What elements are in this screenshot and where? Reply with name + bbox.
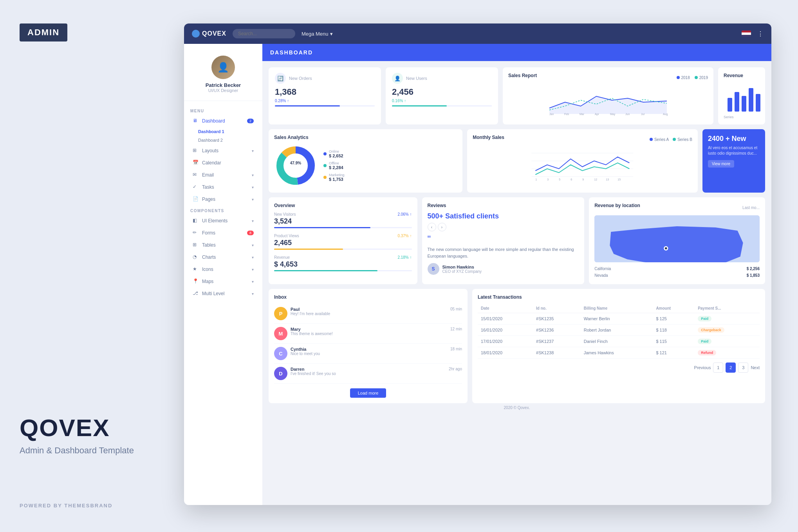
logo-icon <box>192 30 200 38</box>
table-row: 18/01/2020 #SK1238 James Hawkins $ 121 R… <box>478 347 760 359</box>
transactions-table: Date Id no. Billing Name Amount Payment … <box>478 304 760 359</box>
donut-container: 47.9% Online $ 2,652 <box>274 144 457 187</box>
logo-text: QOVEX <box>202 30 226 37</box>
svg-text:Jul: Jul <box>641 113 645 115</box>
nav-settings-icon[interactable]: ⋮ <box>757 30 764 38</box>
tasks-icon: ✓ <box>193 184 199 190</box>
inbox-message-paul: P Paul Hey! I'm here available 05 min <box>274 304 462 324</box>
revenue-location-title: Revenue by location <box>594 203 640 208</box>
arrow-icon-ui: ▾ <box>252 219 254 223</box>
sidebar-item-forms[interactable]: ✏ Forms 8 <box>186 227 260 239</box>
sidebar-item-email[interactable]: ✉ Email ▾ <box>186 169 260 181</box>
monitor-icon: 🖥 <box>193 118 199 124</box>
overview-product-views: Product Views 0.37% ↑ 2,465 <box>274 234 412 250</box>
main-content: DASHBOARD 🔄 New Orders 1,368 0.28% ↑ � <box>262 44 771 505</box>
stats-row: 🔄 New Orders 1,368 0.28% ↑ 👤 New Users 2… <box>269 67 765 124</box>
status-badge: Paid <box>698 339 711 344</box>
sidebar-item-tasks[interactable]: ✓ Tasks ▾ <box>186 181 260 193</box>
sidebar-item-dashboard[interactable]: 🖥 Dashboard 2 <box>186 115 260 127</box>
users-value: 2,456 <box>392 87 492 97</box>
profile-role: UI/UX Designer <box>190 88 256 93</box>
sidebar-item-pages[interactable]: 📄 Pages ▾ <box>186 193 260 205</box>
users-change: 0.16% ↑ <box>392 99 492 103</box>
status-badge: Paid <box>698 316 711 321</box>
reviewer-avatar: S <box>428 263 439 275</box>
inbox-title: Inbox <box>274 294 462 300</box>
page-1-btn[interactable]: 1 <box>713 362 723 373</box>
sidebar-item-dashboard1[interactable]: Dashboard 1 <box>184 127 262 136</box>
location-california: California $ 2,256 <box>594 265 760 272</box>
svg-text:47.9%: 47.9% <box>290 161 301 165</box>
load-more-button[interactable]: Load more <box>350 388 386 398</box>
svg-text:15: 15 <box>618 178 621 181</box>
view-more-button[interactable]: View more <box>708 160 734 168</box>
mega-menu[interactable]: Mega Menu ▾ <box>302 31 333 37</box>
overview-title: Overview <box>274 203 412 208</box>
sidebar-profile: 👤 Patrick Becker UI/UX Designer <box>184 52 262 101</box>
reviews-count: 500+ Satisfied clients <box>428 212 579 220</box>
orders-value: 1,368 <box>275 87 375 97</box>
calendar-icon: 📅 <box>193 160 199 166</box>
svg-text:1: 1 <box>536 178 537 181</box>
pages-icon: 📄 <box>193 196 199 202</box>
svg-text:May: May <box>610 113 616 116</box>
svg-text:Apr: Apr <box>595 113 599 116</box>
inbox-card: Inbox P Paul Hey! I'm here available 05 … <box>269 289 468 403</box>
sidebar-item-tables[interactable]: ⊞ Tables ▾ <box>186 239 260 251</box>
orders-icon: 🔄 <box>275 73 286 84</box>
paul-avatar: P <box>274 307 287 320</box>
sidebar-item-calendar[interactable]: 📅 Calendar <box>186 157 260 169</box>
edit-icon: ✏ <box>193 230 199 236</box>
sidebar-item-ui-elements[interactable]: ◧ UI Elements ▾ <box>186 215 260 227</box>
flag-icon <box>742 31 751 37</box>
reviewer-info: S Simon Hawkins CEO of XYZ Company <box>428 263 579 275</box>
sales-report-legend: 2018 2019 <box>677 76 708 80</box>
col-id: Id no. <box>533 304 581 313</box>
page-2-btn[interactable]: 2 <box>726 362 736 373</box>
mail-icon: ✉ <box>193 172 199 178</box>
promo-title: 2400 + New <box>708 135 760 143</box>
inbox-message-mary: M Mary This theme is awesome! 12 min <box>274 324 462 344</box>
top-nav: QOVEX Mega Menu ▾ ⋮ <box>184 23 771 44</box>
nav-search-input[interactable] <box>233 29 295 38</box>
powered-by: POWERED BY THEMESBRAND <box>20 503 164 509</box>
pagination-next[interactable]: Next <box>751 365 760 370</box>
reviews-title: Reviews <box>428 203 579 208</box>
col-billing: Billing Name <box>581 304 653 313</box>
pagination: Previous 1 2 3 Next <box>478 362 760 373</box>
svg-rect-11 <box>742 96 746 112</box>
arrow-icon-pages: ▾ <box>252 197 254 202</box>
sidebar-item-layouts[interactable]: ⊞ Layouts ▾ <box>186 145 260 157</box>
forms-badge: 8 <box>247 231 254 235</box>
page-3-btn[interactable]: 3 <box>738 362 748 373</box>
transactions-title: Latest Transactions <box>478 294 760 300</box>
location-nevada: Nevada $ 1,853 <box>594 272 760 279</box>
sales-analytics-card: Sales Analytics 47.9% <box>269 129 462 193</box>
sidebar-item-maps[interactable]: 📍 Maps ▾ <box>186 276 260 287</box>
sidebar: 👤 Patrick Becker UI/UX Designer MENU 🖥 D… <box>184 44 262 505</box>
monthly-sales-chart: 1 3 5 6 9 12 13 15 <box>473 147 692 182</box>
sidebar-item-icons[interactable]: ★ Icons ▾ <box>186 263 260 275</box>
components-label: COMPONENTS <box>184 206 262 215</box>
sales-analytics-title: Sales Analytics <box>274 135 457 140</box>
users-icon: 👤 <box>392 73 403 84</box>
reviews-text: The new common language will be more sim… <box>428 246 579 259</box>
svg-text:Jun: Jun <box>625 113 630 115</box>
profile-name: Patrick Becker <box>190 82 256 88</box>
sales-report-title: Sales Report <box>508 73 537 78</box>
sidebar-item-multilevel[interactable]: ⎇ Multi Level ▾ <box>186 288 260 299</box>
col-date: Date <box>478 304 533 313</box>
arrow-icon: ▾ <box>252 149 254 153</box>
review-prev-button[interactable]: ‹ <box>428 223 436 231</box>
sidebar-item-dashboard2[interactable]: Dashboard 2 <box>184 136 262 144</box>
svg-rect-10 <box>735 92 739 112</box>
arrow-icon-ml: ▾ <box>252 292 254 296</box>
review-next-button[interactable]: › <box>438 223 446 231</box>
arrow-icon-maps: ▾ <box>252 280 254 284</box>
avatar: 👤 <box>211 56 235 79</box>
pagination-prev[interactable]: Previous <box>694 365 711 370</box>
svg-text:Feb: Feb <box>564 113 569 115</box>
map-pin-icon: 📍 <box>193 278 199 285</box>
sidebar-item-charts[interactable]: ◔ Charts ▾ <box>186 251 260 263</box>
mary-avatar: M <box>274 327 287 340</box>
